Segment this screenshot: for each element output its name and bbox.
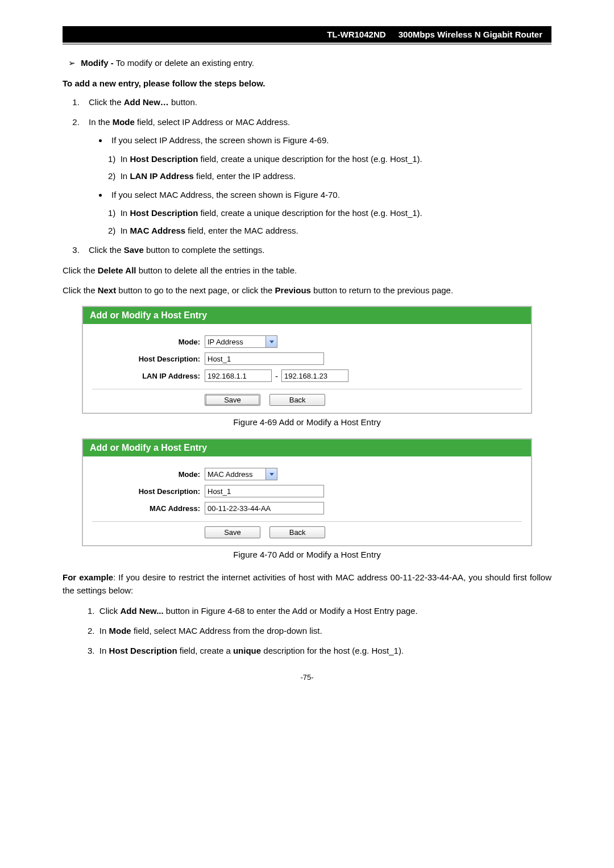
lan-ip-to-input[interactable] bbox=[281, 369, 349, 382]
mac-addr-input[interactable] bbox=[205, 502, 324, 514]
host-desc-label: Host Description: bbox=[92, 355, 205, 363]
example-step-2: 2. In Mode field, select MAC Address fro… bbox=[88, 624, 551, 637]
ip-bullet: If you select IP Address, the screen sho… bbox=[108, 134, 551, 147]
host-entry-panel-ip: Add or Modify a Host Entry Mode: Host De… bbox=[82, 306, 532, 414]
host-desc-input[interactable] bbox=[205, 485, 324, 497]
lan-ip-label: LAN IP Address: bbox=[92, 372, 205, 380]
save-button[interactable]: Save bbox=[205, 526, 260, 538]
delete-all-line: Click the Delete All button to delete al… bbox=[63, 264, 551, 277]
product-name: 300Mbps Wireless N Gigabit Router bbox=[399, 30, 542, 39]
modify-term: Modify - bbox=[81, 58, 116, 68]
mode-label: Mode: bbox=[92, 470, 205, 479]
modify-text: To modify or delete an existing entry. bbox=[116, 58, 254, 68]
example-para: For example: If you desire to restrict t… bbox=[63, 571, 551, 597]
mode-select[interactable] bbox=[205, 335, 277, 348]
figure-4-70-caption: Figure 4-70 Add or Modify a Host Entry bbox=[63, 550, 551, 559]
chevron-icon: ➢ bbox=[68, 58, 78, 68]
mode-select-value[interactable] bbox=[205, 335, 266, 348]
step-2: In the Mode field, select IP Address or … bbox=[82, 116, 551, 238]
panel-title: Add or Modify a Host Entry bbox=[83, 439, 531, 456]
mac-sub-2: 2) In MAC Address field, enter the MAC a… bbox=[108, 225, 551, 238]
ip-sub-1: 1) In Host Description field, create a u… bbox=[108, 153, 551, 166]
lan-ip-from-input[interactable] bbox=[205, 369, 272, 382]
host-desc-label: Host Description: bbox=[92, 487, 205, 496]
host-desc-input[interactable] bbox=[205, 352, 324, 365]
example-step-1: 1. Click Add New... button in Figure 4-6… bbox=[88, 604, 551, 617]
host-entry-panel-mac: Add or Modify a Host Entry Mode: Host De… bbox=[82, 438, 532, 546]
figure-4-69-caption: Figure 4-69 Add or Modify a Host Entry bbox=[63, 417, 551, 427]
svg-marker-0 bbox=[269, 340, 274, 343]
save-button[interactable]: Save bbox=[205, 394, 260, 406]
model-number: TL-WR1042ND bbox=[327, 30, 385, 39]
chevron-down-icon[interactable] bbox=[266, 468, 277, 480]
panel-title: Add or Modify a Host Entry bbox=[83, 307, 531, 324]
step-1: Click the Add New… button. bbox=[82, 96, 551, 109]
svg-marker-1 bbox=[269, 473, 274, 476]
add-heading: To add a new entry, please follow the st… bbox=[63, 78, 551, 88]
dash-icon: - bbox=[275, 371, 278, 381]
back-button[interactable]: Back bbox=[269, 394, 325, 406]
mac-addr-label: MAC Address: bbox=[92, 504, 205, 513]
mode-select[interactable] bbox=[205, 468, 277, 480]
example-step-3: 3. In Host Description field, create a u… bbox=[88, 644, 551, 657]
back-button[interactable]: Back bbox=[269, 526, 325, 538]
mode-select-value[interactable] bbox=[205, 468, 266, 480]
next-prev-line: Click the Next button to go to the next … bbox=[63, 284, 551, 297]
chevron-down-icon[interactable] bbox=[266, 335, 277, 348]
mode-label: Mode: bbox=[92, 338, 205, 346]
page-header: TL-WR1042ND 300Mbps Wireless N Gigabit R… bbox=[63, 26, 551, 43]
mac-bullet: If you select MAC Address, the screen sh… bbox=[108, 189, 551, 202]
mac-sub-1: 1) In Host Description field, create a u… bbox=[108, 207, 551, 220]
header-underline bbox=[63, 44, 551, 44]
modify-bullet: ➢ Modify - To modify or delete an existi… bbox=[68, 58, 551, 68]
ip-sub-2: 2) In LAN IP Address field, enter the IP… bbox=[108, 170, 551, 183]
step-3: Click the Save button to complete the se… bbox=[82, 244, 551, 257]
page-number: -75- bbox=[63, 673, 551, 682]
